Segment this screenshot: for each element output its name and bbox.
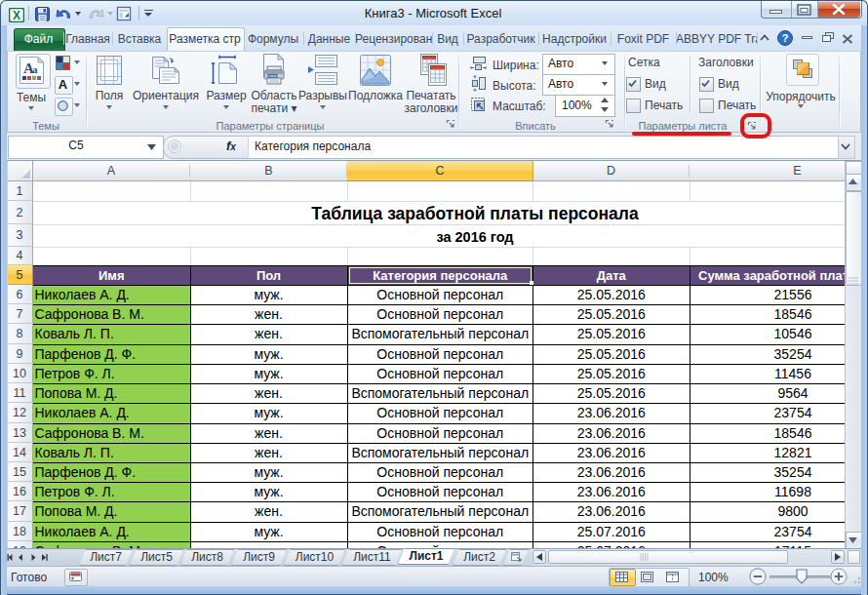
svg-text:?: ? [782, 32, 789, 44]
svg-text:a: a [32, 63, 38, 75]
svg-text:X: X [13, 9, 20, 22]
